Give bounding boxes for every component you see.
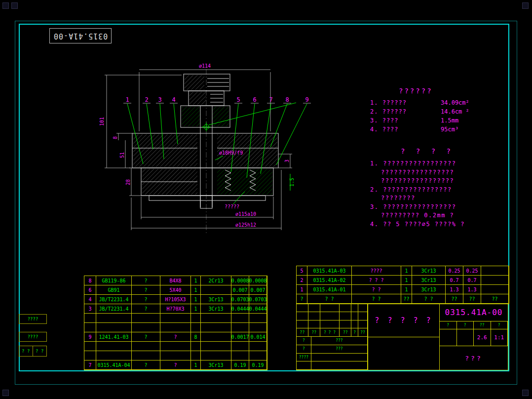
bom-cell-empty (201, 342, 231, 351)
bom-cell (201, 285, 231, 295)
bom-cell: ? (132, 295, 160, 304)
bom-cell: ? (132, 360, 160, 370)
bom-cell-empty (132, 342, 160, 351)
sign-cell: ??? (311, 345, 368, 354)
bom-table-right: 50315.41A-03????13Cr130.250.25 20315.41A… (296, 266, 509, 304)
bom-cell-empty (96, 342, 132, 351)
bom-cell-empty (231, 323, 249, 332)
bom-cell (481, 276, 509, 285)
mini-header: ? (440, 321, 457, 329)
bom-cell-empty (191, 342, 201, 351)
drawing-code: 0315.41A-00 (440, 304, 508, 321)
sign-cell: ? (297, 337, 311, 345)
product-name-area: ? ? ? ? ? (368, 304, 440, 370)
bom-cell: 1.3 (446, 285, 463, 294)
mini-header-row: ? ? ?? ? (440, 321, 508, 329)
product-name: ? ? ? ? ? (368, 304, 439, 337)
bom-cell: H?105X3 (160, 295, 191, 304)
tech-line: 2. ???????????????? (370, 186, 524, 195)
perf-label: 1. ?????? (370, 99, 441, 106)
callout-3: 3 (158, 96, 161, 103)
bom-cell: 8 (191, 332, 201, 342)
bom-cell: 0315.41A-03 (307, 266, 352, 276)
bom-header-cell: ?? (446, 294, 463, 304)
sheet-note: ??? (440, 346, 508, 370)
bom-cell: 9 (84, 332, 96, 342)
margin-box-label: ? ? (19, 346, 33, 356)
bom-header-cell: ?? (481, 294, 509, 304)
product-name-blank (368, 337, 439, 370)
bom-cell-empty (84, 351, 96, 360)
dim-51: 51 (119, 152, 125, 158)
bom-cell: GB119-86 (96, 276, 132, 285)
bom-cell: ? (160, 332, 191, 342)
mini-value-row: 2.6 1:1 (440, 329, 508, 346)
valve-section-outline (132, 74, 278, 208)
bom-cell (481, 266, 509, 276)
perf-value: 95cm³ (441, 126, 458, 133)
mini-header: ?? (474, 321, 491, 329)
bom-cell (201, 332, 231, 342)
bom-cell: 0.0444 (249, 304, 267, 314)
callout-9: 9 (305, 96, 308, 103)
bom-cell: 0.0008 (249, 276, 267, 285)
tech-line: ????????????????? (370, 168, 524, 177)
bom-cell-empty (231, 342, 249, 351)
bom-cell: 6 (84, 285, 96, 295)
bom-cell: H?70X3 (160, 304, 191, 314)
bom-cell-empty (96, 314, 132, 323)
bom-cell: JB/T2231.4 (96, 295, 132, 304)
sign-cell: ? (297, 345, 311, 354)
mini-header: ? (457, 321, 474, 329)
bom-cell-empty (249, 342, 267, 351)
signature-grid: ?? ?? ? ? ? ?? ? ?? ? ??? ? ??? ???? (297, 304, 368, 370)
mini-header: ? (491, 321, 508, 329)
bom-cell-empty (201, 323, 231, 332)
sign-cell (311, 354, 368, 362)
bom-cell: 7 (84, 360, 96, 370)
bom-cell: 1241.41-03 (96, 332, 132, 342)
callout-7: 7 (269, 96, 272, 103)
bom-cell: 3Cr13 (201, 360, 231, 370)
bom-cell: 1 (401, 276, 412, 285)
bom-cell-empty (160, 323, 191, 332)
perf-row: 4. ???? 95cm³ (370, 125, 524, 134)
bom-cell: 0.0703 (249, 295, 267, 304)
bom-cell-empty (84, 323, 96, 332)
bom-cell-empty (84, 342, 96, 351)
bom-cell: ? (160, 360, 191, 370)
tech-requirements-title: ? ? ? ? (370, 147, 524, 155)
notes-block: ?????? 1. ?????? 34.09cm² 2. ?????? 14.6… (370, 87, 524, 229)
bom-cell-empty (191, 323, 201, 332)
scale-value: 1:1 (491, 329, 508, 346)
callout-1: 1 (125, 96, 129, 103)
bom-header-cell: ? ? (412, 294, 446, 304)
bom-cell: 0315.41A-02 (307, 276, 352, 285)
bom-cell: 2Cr13 (201, 276, 231, 285)
bom-cell: 0.007 (231, 285, 249, 295)
bom-cell: 0.0017 (231, 332, 249, 342)
bom-cell: 0315.41A-01 (307, 285, 352, 294)
bom-cell: 3Cr13 (201, 304, 231, 314)
dim-3: 3 (284, 160, 290, 162)
sign-head: ?? (340, 328, 351, 337)
dim-8: 8 (113, 136, 118, 139)
callout-5: 5 (236, 96, 240, 103)
bom-cell-empty (249, 314, 267, 323)
bom-cell: 0.25 (446, 266, 463, 276)
bom-cell: 3 (84, 304, 96, 314)
bom-cell: 1 (191, 304, 201, 314)
bom-cell: 1 (297, 285, 307, 294)
sign-cell: ??? (311, 337, 368, 345)
bom-cell: 4 (84, 295, 96, 304)
dim-d115: ⌀115a10 (235, 211, 256, 217)
tech-line: 4. ?? 5 ????⌀5 ????% ? (370, 220, 524, 229)
bom-cell: 5X40 (160, 285, 191, 295)
perf-label: 3. ???? (370, 117, 441, 124)
bom-cell-empty (191, 314, 201, 323)
margin-box-1: ???? (19, 314, 47, 324)
bom-cell-empty (96, 323, 132, 332)
callout-6: 6 (253, 96, 256, 103)
callout-4: 4 (172, 96, 175, 103)
perf-row: 3. ???? 1.5mm (370, 116, 524, 125)
